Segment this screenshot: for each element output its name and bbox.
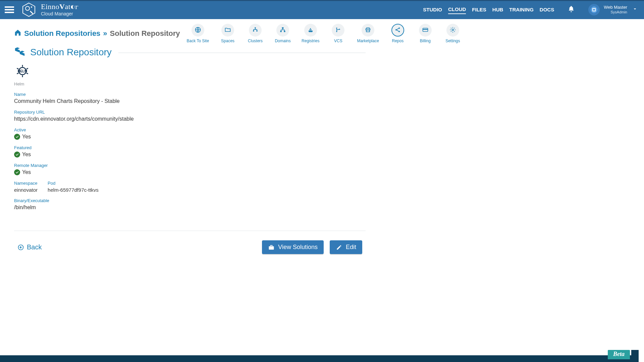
field-value-pod: helm-65977df97c-ttkvs xyxy=(48,187,99,193)
arrow-left-circle-icon xyxy=(17,244,24,251)
page-title: Solution Repository xyxy=(30,47,112,58)
svg-rect-21 xyxy=(423,29,428,30)
topnav-cloud[interactable]: CLOUD xyxy=(448,5,466,14)
field-label-name: Name xyxy=(14,92,366,97)
globe-icon xyxy=(195,26,201,34)
view-solutions-button[interactable]: View Solutions xyxy=(262,240,324,254)
breadcrumb: Solution Repositories » Solution Reposit… xyxy=(14,29,180,38)
share-nodes-icon xyxy=(394,26,401,34)
nav-label: Registries xyxy=(302,39,319,43)
beta-badge: Beta xyxy=(608,350,630,359)
home-icon[interactable] xyxy=(14,29,21,38)
field-value-remote: Yes xyxy=(22,169,31,175)
footer-corner xyxy=(631,350,639,359)
field-label-url: Repository URL xyxy=(14,110,366,115)
notifications-bell-icon[interactable] xyxy=(568,5,575,14)
svg-rect-11 xyxy=(309,29,310,30)
svg-rect-5 xyxy=(255,27,256,28)
nav-label: Domains xyxy=(275,39,290,43)
back-link-label: Back xyxy=(27,243,42,251)
brand-subtitle: Cloud Manager xyxy=(41,11,79,16)
hamburger-menu-icon[interactable] xyxy=(5,5,14,14)
breadcrumb-root[interactable]: Solution Repositories xyxy=(24,29,100,38)
nav-label: Repos xyxy=(392,39,404,43)
nav-label: Marketplace xyxy=(357,39,379,43)
topnav-hub[interactable]: HUB xyxy=(492,5,503,14)
gear-icon xyxy=(449,26,456,34)
title-divider xyxy=(118,53,366,53)
brand-hexagon-icon[interactable] xyxy=(21,2,36,17)
field-label-active: Active xyxy=(14,127,366,132)
field-label-pod: Pod xyxy=(48,181,99,186)
user-role: SysAdmin xyxy=(610,10,627,14)
nav-spaces[interactable]: Spaces xyxy=(219,24,236,43)
helm-logo-icon: HELM xyxy=(14,63,366,80)
actions-divider xyxy=(14,231,366,231)
nav-label: VCS xyxy=(334,39,342,43)
svg-rect-9 xyxy=(280,31,282,32)
breadcrumb-separator-icon: » xyxy=(103,29,107,38)
edit-button[interactable]: Edit xyxy=(330,240,362,254)
svg-point-22 xyxy=(452,29,453,31)
top-bar: EinnoVatr. Cloud Manager STUDIO CLOUD FI… xyxy=(0,0,644,19)
nav-label: Settings xyxy=(445,39,460,43)
svg-rect-8 xyxy=(282,27,284,28)
field-value-name: Community Helm Charts Repository - Stabl… xyxy=(14,98,366,104)
button-label: View Solutions xyxy=(278,244,318,251)
nav-registries[interactable]: Registries xyxy=(302,24,319,43)
field-value-namespace: einnovator xyxy=(14,187,38,193)
brand-text[interactable]: EinnoVatr. Cloud Manager xyxy=(41,3,79,17)
field-label-binary: Binary/Executable xyxy=(14,198,366,203)
svg-rect-13 xyxy=(310,28,311,29)
topnav-training[interactable]: TRAINING xyxy=(509,5,534,14)
top-nav: STUDIO CLOUD FILES HUB TRAINING DOCS xyxy=(423,5,554,14)
field-label-featured: Featured xyxy=(14,145,366,150)
cubes-icon xyxy=(14,46,25,58)
chevron-down-icon xyxy=(633,7,637,12)
svg-rect-10 xyxy=(284,31,285,32)
avatar xyxy=(588,4,600,15)
nav-label: Back To Site xyxy=(187,39,209,43)
topnav-docs[interactable]: DOCS xyxy=(540,5,554,14)
svg-point-2 xyxy=(31,6,32,8)
nav-clusters[interactable]: Clusters xyxy=(247,24,264,43)
branch-icon xyxy=(335,26,341,34)
back-link[interactable]: Back xyxy=(17,243,42,251)
check-circle-icon xyxy=(14,169,20,175)
field-label-namespace: Namespace xyxy=(14,181,38,186)
edit-icon xyxy=(336,244,342,251)
field-value-active: Yes xyxy=(22,134,31,140)
user-name: Web Master xyxy=(604,5,627,10)
svg-point-14 xyxy=(336,27,337,28)
store-icon xyxy=(365,26,371,34)
briefcase-icon xyxy=(268,244,275,251)
field-value-url: https://cdn.einnovator.org/charts/commun… xyxy=(14,116,366,122)
nav-vcs[interactable]: VCS xyxy=(329,24,347,43)
svg-rect-6 xyxy=(253,30,254,31)
credit-card-icon xyxy=(422,26,429,34)
user-menu[interactable]: Web Master SysAdmin xyxy=(588,4,637,15)
svg-rect-26 xyxy=(269,246,274,249)
nav-repos[interactable]: Repos xyxy=(389,24,407,43)
nav-settings[interactable]: Settings xyxy=(444,24,462,43)
nav-billing[interactable]: Billing xyxy=(417,24,434,43)
topnav-studio[interactable]: STUDIO xyxy=(423,5,442,14)
nav-label: Spaces xyxy=(221,39,234,43)
folder-icon xyxy=(224,26,231,34)
svg-rect-12 xyxy=(311,29,312,30)
field-label-remote: Remote Manager xyxy=(14,163,366,168)
nav-marketplace[interactable]: Marketplace xyxy=(357,24,379,43)
button-label: Edit xyxy=(346,244,356,251)
ship-icon xyxy=(307,26,314,34)
brand-name: EinnoVatr. xyxy=(41,3,79,11)
section-nav: Back To Site Spaces Clusters Domains Reg… xyxy=(187,24,462,43)
svg-text:HELM: HELM xyxy=(18,69,27,73)
footer-strip: Beta xyxy=(0,355,639,362)
nav-label: Billing xyxy=(420,39,431,43)
nav-domains[interactable]: Domains xyxy=(274,24,291,43)
topnav-files[interactable]: FILES xyxy=(472,5,486,14)
nav-back-to-site[interactable]: Back To Site xyxy=(187,24,209,43)
svg-point-15 xyxy=(336,31,337,32)
nav-label: Clusters xyxy=(248,39,263,43)
check-circle-icon xyxy=(14,134,20,140)
